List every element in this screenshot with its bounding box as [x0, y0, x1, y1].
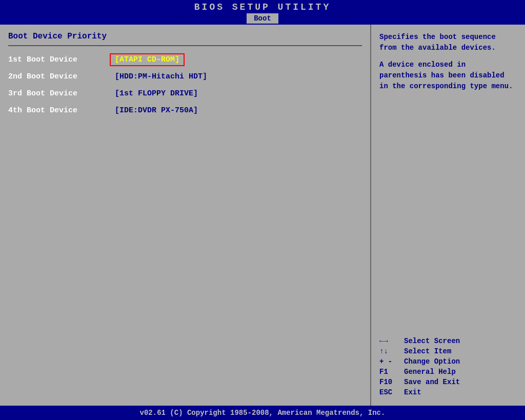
key-symbol-1: ←→ — [379, 337, 404, 345]
help-text: Specifies the boot sequence from the ava… — [379, 32, 517, 98]
boot-item-1[interactable]: 1st Boot Device[ATAPI CD-ROM] — [8, 54, 362, 65]
tab-boot[interactable]: Boot — [247, 13, 278, 24]
key-symbol-2: ↑↓ — [379, 347, 404, 355]
boot-label-2: 2nd Boot Device — [8, 72, 111, 81]
key-row-4: F1General Help — [379, 368, 517, 376]
key-action-2: Select Item — [404, 347, 451, 355]
bios-title: BIOS SETUP UTILITY — [0, 2, 525, 12]
boot-value-3[interactable]: [1st FLOPPY DRIVE] — [111, 88, 202, 99]
key-symbol-3: + - — [379, 357, 404, 366]
boot-item-4[interactable]: 4th Boot Device[IDE:DVDR PX-750A] — [8, 105, 362, 116]
boot-device-list: 1st Boot Device[ATAPI CD-ROM]2nd Boot De… — [8, 54, 362, 116]
boot-label-1: 1st Boot Device — [8, 55, 111, 64]
footer: v02.61 (C) Copyright 1985-2008, American… — [0, 406, 525, 420]
key-action-6: Exit — [404, 388, 421, 396]
divider — [8, 45, 362, 46]
boot-value-2[interactable]: [HDD:PM-Hitachi HDT] — [111, 71, 211, 82]
key-symbol-4: F1 — [379, 368, 404, 376]
right-panel: Specifies the boot sequence from the ava… — [371, 25, 525, 406]
key-action-5: Save and Exit — [404, 378, 460, 386]
tab-bar: MainAdvancedBootSecurityExit — [0, 13, 525, 24]
tab-security[interactable]: Security — [278, 13, 327, 24]
boot-value-1[interactable]: [ATAPI CD-ROM] — [111, 54, 184, 65]
app: BIOS SETUP UTILITY MainAdvancedBootSecur… — [0, 0, 525, 420]
key-row-5: F10Save and Exit — [379, 378, 517, 386]
key-action-1: Select Screen — [404, 337, 460, 345]
boot-value-4[interactable]: [IDE:DVDR PX-750A] — [111, 105, 202, 116]
tab-exit[interactable]: Exit — [327, 13, 359, 24]
help-paragraph-2: A device enclosed in parenthesis has bee… — [379, 59, 517, 92]
section-title: Boot Device Priority — [8, 32, 362, 41]
boot-label-3: 3rd Boot Device — [8, 89, 111, 98]
key-row-2: ↑↓Select Item — [379, 347, 517, 355]
key-row-6: ESCExit — [379, 388, 517, 396]
boot-item-3[interactable]: 3rd Boot Device[1st FLOPPY DRIVE] — [8, 88, 362, 99]
key-row-1: ←→Select Screen — [379, 337, 517, 345]
boot-label-4: 4th Boot Device — [8, 106, 111, 115]
footer-text: v02.61 (C) Copyright 1985-2008, American… — [140, 409, 386, 417]
tab-main[interactable]: Main — [166, 13, 198, 24]
key-row-3: + -Change Option — [379, 357, 517, 366]
key-action-4: General Help — [404, 368, 456, 376]
boot-item-2[interactable]: 2nd Boot Device[HDD:PM-Hitachi HDT] — [8, 71, 362, 82]
left-panel: Boot Device Priority 1st Boot Device[ATA… — [0, 25, 371, 406]
tab-advanced[interactable]: Advanced — [198, 13, 247, 24]
key-symbol-6: ESC — [379, 388, 404, 396]
help-paragraph-1: Specifies the boot sequence from the ava… — [379, 32, 517, 53]
key-action-3: Change Option — [404, 357, 460, 366]
main-content: Boot Device Priority 1st Boot Device[ATA… — [0, 25, 525, 406]
key-symbol-5: F10 — [379, 378, 404, 386]
key-help: ←→Select Screen↑↓Select Item+ -Change Op… — [379, 337, 517, 398]
header: BIOS SETUP UTILITY MainAdvancedBootSecur… — [0, 0, 525, 25]
